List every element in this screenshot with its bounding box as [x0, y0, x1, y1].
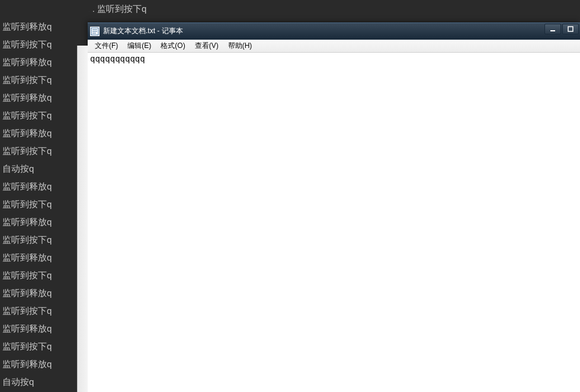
console-line: 监听到按下q: [2, 195, 89, 213]
console-line: 监听到释放q: [2, 124, 89, 142]
svg-rect-5: [568, 27, 573, 31]
menu-format[interactable]: 格式(O): [156, 40, 190, 52]
console-line: 自动按q: [2, 160, 89, 178]
console-line: 监听到释放q: [2, 18, 89, 36]
console-line: 监听到释放q: [2, 320, 89, 338]
console-line: 监听到按下q: [2, 302, 89, 320]
window-controls: [544, 24, 579, 34]
console-lines-container: 监听到释放q 监听到按下q 监听到释放q 监听到按下q 监听到释放q 监听到按下…: [2, 18, 89, 392]
console-line: 监听到释放q: [2, 355, 89, 373]
menu-view[interactable]: 查看(V): [190, 40, 223, 52]
window-title: 新建文本文档.txt - 记事本: [103, 26, 578, 36]
menubar: 文件(F) 编辑(E) 格式(O) 查看(V) 帮助(H): [88, 40, 580, 53]
menu-file[interactable]: 文件(F): [90, 40, 123, 52]
console-line: 监听到按下q: [2, 107, 89, 124]
notepad-window: 新建文本文档.txt - 记事本 文件(F) 编辑(E) 格式(O) 查看(V)…: [88, 23, 580, 392]
window-titlebar[interactable]: 新建文本文档.txt - 记事本: [88, 23, 580, 40]
console-line: 监听到按下q: [2, 266, 89, 284]
editor-content: qqqqqqqqqqq: [90, 54, 145, 63]
console-line: 监听到释放q: [2, 89, 89, 107]
minimize-button[interactable]: [544, 24, 561, 34]
console-output: 监听到释放q 监听到按下q 监听到释放q 监听到按下q 监听到释放q 监听到按下…: [0, 0, 89, 392]
console-line: 监听到释放q: [2, 249, 89, 266]
notepad-icon: [90, 27, 100, 36]
console-line: 监听到释放q: [2, 213, 89, 231]
console-line: 监听到释放q: [2, 178, 89, 195]
console-line: 监听到按下q: [2, 71, 89, 89]
console-line: 监听到按下q: [2, 142, 89, 160]
console-line: 自动按q: [2, 373, 89, 391]
menu-help[interactable]: 帮助(H): [223, 40, 257, 52]
console-line: 监听到按下q: [2, 338, 89, 355]
maximize-button[interactable]: [562, 24, 579, 34]
console-line: 监听到释放q: [2, 284, 89, 302]
menu-edit[interactable]: 编辑(E): [123, 40, 156, 52]
console-line: 监听到按下q: [2, 36, 89, 53]
console-line: 监听到释放q: [2, 53, 89, 71]
editor-area[interactable]: qqqqqqqqqqq: [88, 53, 580, 392]
console-line: 监听到按下q: [2, 231, 89, 249]
console-scrollbar[interactable]: [77, 46, 88, 392]
